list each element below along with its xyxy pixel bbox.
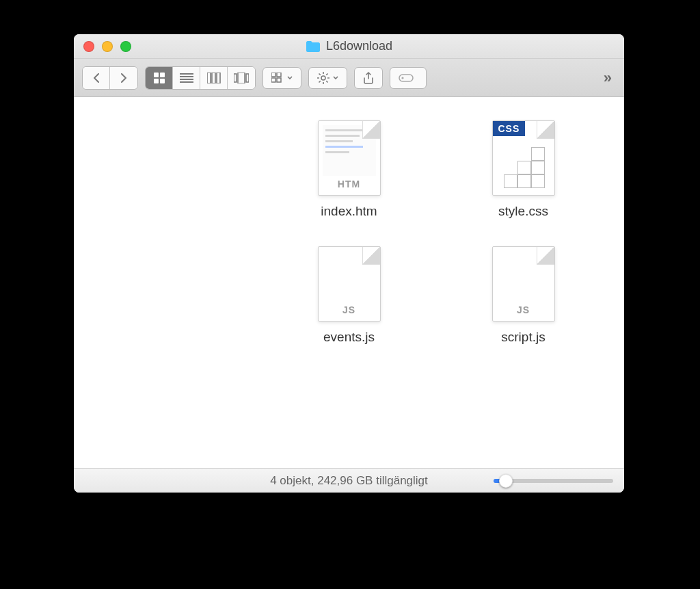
file-item[interactable]: JS events.js (281, 246, 418, 345)
svg-rect-6 (180, 79, 193, 80)
nav-buttons (82, 66, 138, 90)
svg-rect-11 (234, 74, 237, 82)
file-type-badge: JS (517, 304, 530, 315)
svg-rect-14 (271, 73, 275, 77)
svg-rect-3 (160, 79, 165, 83)
svg-rect-2 (154, 79, 159, 83)
svg-rect-17 (277, 78, 281, 82)
file-icon-css: CSS (492, 120, 555, 196)
svg-line-23 (319, 73, 321, 75)
svg-rect-7 (180, 81, 193, 83)
file-item[interactable]: HTM index.htm (281, 120, 418, 219)
action-button[interactable] (308, 67, 347, 89)
column-view-button[interactable] (200, 67, 228, 89)
arrange-button[interactable] (262, 67, 301, 89)
svg-point-28 (401, 77, 403, 79)
svg-line-26 (319, 81, 321, 82)
close-button[interactable] (83, 41, 94, 52)
toolbar: » (74, 59, 624, 97)
file-type-badge: JS (342, 304, 355, 315)
file-name: script.js (501, 330, 545, 345)
file-icon-htm: HTM (318, 120, 381, 196)
svg-rect-27 (399, 75, 413, 81)
status-bar: 4 objekt, 242,96 GB tillgängligt (74, 468, 624, 493)
forward-button[interactable] (110, 67, 137, 89)
file-name: index.htm (321, 204, 377, 219)
chevron-left-icon (92, 73, 100, 83)
svg-rect-13 (246, 74, 249, 82)
coverflow-icon (234, 73, 249, 83)
file-item[interactable]: JS script.js (455, 246, 592, 345)
tags-button[interactable] (390, 67, 427, 89)
svg-rect-9 (212, 73, 215, 83)
window-title-text: L6download (326, 39, 392, 53)
svg-rect-16 (271, 78, 275, 82)
svg-rect-10 (217, 73, 220, 83)
svg-point-18 (321, 76, 325, 80)
gear-icon (317, 72, 329, 84)
title-bar[interactable]: L6download (74, 34, 624, 59)
traffic-lights (74, 41, 131, 52)
file-grid[interactable]: HTM index.htm CSS (74, 97, 624, 468)
file-icon-js: JS (492, 246, 555, 322)
svg-rect-8 (207, 73, 211, 83)
window-title: L6download (74, 39, 624, 53)
share-icon (363, 72, 374, 84)
slider-thumb[interactable] (499, 474, 513, 488)
svg-line-24 (326, 81, 327, 82)
file-item[interactable]: CSS style.css (455, 120, 592, 219)
svg-rect-5 (180, 76, 193, 77)
folder-icon (306, 40, 321, 53)
maximize-button[interactable] (120, 41, 131, 52)
view-mode-buttons (145, 66, 256, 90)
file-type-badge: HTM (338, 179, 360, 189)
grid-icon (153, 72, 165, 84)
chevron-down-icon (333, 76, 338, 80)
icon-view-button[interactable] (146, 67, 173, 89)
toolbar-overflow-button[interactable]: » (600, 69, 616, 87)
list-icon (180, 73, 193, 83)
tag-icon (399, 72, 418, 84)
share-button[interactable] (354, 67, 383, 89)
arrange-icon (271, 73, 284, 83)
minimize-button[interactable] (102, 41, 113, 52)
css-badge: CSS (493, 121, 526, 136)
svg-rect-1 (160, 73, 165, 77)
back-button[interactable] (83, 67, 110, 89)
css-blocks-icon (504, 147, 545, 188)
chevron-right-icon (120, 73, 128, 83)
file-icon-js: JS (318, 246, 381, 322)
cover-flow-button[interactable] (228, 67, 255, 89)
svg-rect-0 (154, 73, 159, 77)
svg-rect-12 (238, 73, 245, 83)
list-view-button[interactable] (173, 67, 200, 89)
svg-line-25 (326, 73, 327, 75)
file-name: events.js (323, 330, 375, 345)
icon-size-slider[interactable] (494, 479, 613, 483)
svg-rect-4 (180, 73, 193, 75)
file-name: style.css (498, 204, 548, 219)
svg-rect-15 (277, 73, 281, 77)
chevron-down-icon (287, 76, 293, 80)
finder-window: L6download (74, 34, 624, 493)
columns-icon (207, 73, 221, 83)
